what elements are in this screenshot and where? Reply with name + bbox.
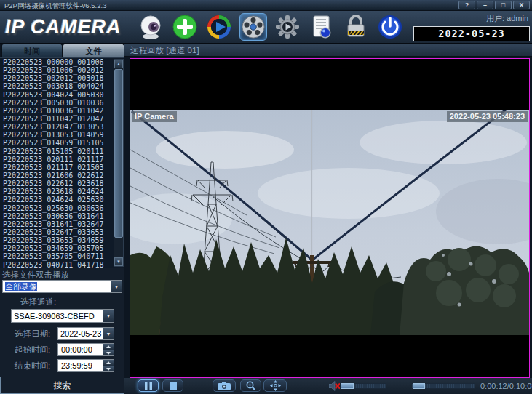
tab-file[interactable]: 文件	[63, 44, 124, 57]
snapshot-icon	[218, 382, 231, 390]
file-list[interactable]: P20220523_000000_001006P20220523_001006_…	[0, 57, 124, 268]
channel-value: SSAE-309063-CBEFD	[12, 312, 103, 321]
zoom-button[interactable]	[240, 379, 261, 392]
start-time-label: 起始时间:	[15, 345, 50, 355]
file-list-item[interactable]: P20220523_010036_011042	[0, 107, 124, 115]
file-list-item[interactable]: P20220523_015105_020111	[0, 148, 124, 156]
file-hint-label: 选择文件双击播放	[2, 270, 69, 281]
camera-name-overlay: IP Camera	[132, 111, 177, 122]
video-frame: IP Camera 2022-05-23 05:48:23	[130, 110, 529, 335]
channel-select[interactable]: SSAE-309063-CBEFD ▼	[11, 309, 114, 323]
file-list-item[interactable]: P20220523_014059_015105	[0, 139, 124, 147]
file-list-item[interactable]: P20220523_030636_031641	[0, 212, 124, 220]
camera-timestamp-overlay: 2022-05-23 05:48:23	[447, 111, 528, 122]
date-value: 2022-05-23	[58, 329, 103, 338]
pause-icon	[143, 382, 154, 390]
chevron-down-icon[interactable]: ▼	[103, 310, 114, 322]
settings-icon[interactable]	[274, 13, 301, 41]
chevron-down-icon[interactable]: ▼	[103, 328, 114, 339]
sidebar: 时间 文件 P20220523_000000_001006P20220523_0…	[0, 44, 124, 394]
file-list-item[interactable]: P20220523_023618_024624	[0, 188, 124, 196]
toolbar: IP CAMERA	[0, 11, 532, 44]
end-time-value[interactable]: 23:59:59	[58, 360, 103, 371]
start-time-value[interactable]: 00:00:00	[58, 344, 103, 355]
lock-icon[interactable]	[342, 13, 370, 41]
progress-slider-thumb[interactable]	[413, 383, 425, 389]
scroll-up-icon[interactable]: ▲	[114, 60, 123, 68]
stop-icon	[170, 382, 177, 390]
spin-down-icon[interactable]	[103, 350, 114, 356]
record-type-value: 全部录像	[5, 282, 37, 291]
mute-icon	[329, 381, 341, 391]
local-playback-icon[interactable]	[205, 13, 233, 41]
channel-label: 选择通道:	[20, 297, 56, 307]
file-list-item[interactable]: P20220523_022612_023618	[0, 180, 124, 188]
file-list-item[interactable]: P20220523_013053_014059	[0, 131, 124, 139]
spin-up-icon[interactable]	[103, 344, 114, 350]
video-viewport[interactable]: IP Camera 2022-05-23 05:48:23	[130, 58, 530, 378]
chevron-down-icon[interactable]: ▼	[111, 281, 122, 292]
help-button[interactable]: ?	[458, 1, 475, 9]
file-list-scrollbar[interactable]: ▲ ▼	[114, 59, 124, 267]
mute-button[interactable]	[329, 381, 341, 394]
date-label: 选择日期:	[15, 329, 50, 339]
file-list-item[interactable]: P20220523_002012_003018	[0, 74, 124, 82]
minimize-button[interactable]: –	[477, 1, 493, 9]
date-select[interactable]: 2022-05-23 ▼	[57, 327, 114, 340]
video-scene	[130, 110, 529, 335]
record-type-select[interactable]: 全部录像 ▼	[2, 280, 122, 293]
webcam-icon[interactable]	[137, 13, 164, 41]
tab-time[interactable]: 时间	[1, 44, 63, 57]
spin-down-icon[interactable]	[103, 366, 114, 372]
file-list-item[interactable]: P20220523_001006_002012	[0, 66, 124, 74]
add-device-icon[interactable]	[171, 13, 199, 41]
scroll-down-icon[interactable]: ▼	[114, 257, 123, 266]
user-label: 用户: admin	[486, 13, 528, 24]
file-list-item[interactable]: P20220523_040711_041718	[0, 261, 124, 268]
zoom-icon	[246, 381, 255, 390]
file-list-item[interactable]: P20220523_031641_032647	[0, 220, 124, 228]
file-list-item[interactable]: P20220523_020111_021117	[0, 156, 124, 164]
app-logo: IP CAMERA	[5, 16, 122, 39]
maximize-button[interactable]: □	[495, 1, 512, 9]
scroll-thumb[interactable]	[114, 69, 123, 238]
remote-playback-icon[interactable]	[239, 13, 267, 41]
file-list-item[interactable]: P20220523_035705_040711	[0, 252, 124, 260]
playback-header: 远程回放 [通道 01]	[124, 44, 532, 57]
file-list-item[interactable]: P20220523_000000_001006	[0, 58, 124, 66]
file-list-item[interactable]: P20220523_003018_004024	[0, 82, 124, 90]
file-list-item[interactable]: P20220523_011042_012047	[0, 115, 124, 123]
start-time-spinner[interactable]: 00:00:00	[57, 343, 114, 356]
app-window: P2P网络摄像机管理软件-v6.5.2.3 ? – □ X IP CAMERA	[0, 0, 532, 394]
file-list-item[interactable]: P20220523_021606_022612	[0, 172, 124, 180]
file-list-item[interactable]: P20220523_033653_034659	[0, 236, 124, 244]
file-list-item[interactable]: P20220523_024624_025630	[0, 196, 124, 204]
file-list-item[interactable]: P20220523_012047_013053	[0, 123, 124, 131]
system-clock: 2022-05-23 10:36:06	[413, 26, 530, 41]
main-panel: 远程回放 [通道 01]	[124, 44, 532, 394]
file-list-item[interactable]: P20220523_032647_033653	[0, 228, 124, 236]
file-list-item[interactable]: P20220523_025630_030636	[0, 204, 124, 212]
power-icon[interactable]	[376, 13, 404, 41]
file-list-item[interactable]: P20220523_021117_021503	[0, 164, 124, 172]
file-list-item[interactable]: P20220523_004024_005030	[0, 91, 124, 99]
pause-button[interactable]	[138, 379, 159, 392]
spin-up-icon[interactable]	[103, 360, 114, 366]
file-list-item[interactable]: P20220523_034659_035705	[0, 244, 124, 252]
pan-button[interactable]	[263, 379, 287, 392]
close-button[interactable]: X	[513, 1, 530, 9]
end-time-spinner[interactable]: 23:59:59	[57, 359, 114, 372]
log-icon[interactable]	[308, 13, 336, 41]
window-title: P2P网络摄像机管理软件-v6.5.2.3	[4, 0, 106, 11]
playback-controls: 0:00:12/0:10:08	[124, 378, 532, 394]
pan-icon	[270, 380, 281, 391]
playback-time: 0:00:12/0:10:08	[480, 378, 528, 394]
volume-slider-thumb[interactable]	[341, 383, 354, 389]
snapshot-button[interactable]	[213, 379, 236, 392]
volume-slider[interactable]	[340, 383, 386, 389]
title-bar: P2P网络摄像机管理软件-v6.5.2.3 ? – □ X	[0, 0, 532, 11]
file-list-item[interactable]: P20220523_005030_010036	[0, 99, 124, 107]
progress-slider[interactable]	[411, 383, 475, 389]
search-button[interactable]: 搜索	[0, 377, 124, 394]
stop-button[interactable]	[162, 379, 183, 392]
